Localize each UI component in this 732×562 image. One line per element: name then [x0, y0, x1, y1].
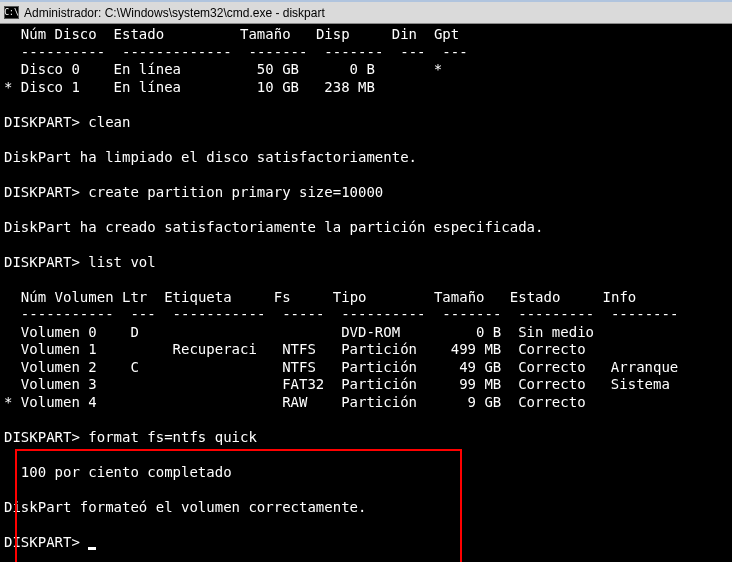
vol-header-row: Núm Volumen Ltr Etiqueta Fs Tipo Tamaño …: [0, 289, 732, 307]
blank: [0, 166, 732, 184]
blank: [0, 481, 732, 499]
terminal-output[interactable]: Núm Disco Estado Tamaño Disp Din Gpt ---…: [0, 24, 732, 551]
disk-row: Disco 0 En línea 50 GB 0 B *: [0, 61, 732, 79]
volume-row: Volumen 3 FAT32 Partición 99 MB Correcto…: [0, 376, 732, 394]
disk-header-row: Núm Disco Estado Tamaño Disp Din Gpt: [0, 26, 732, 44]
volume-row: * Volumen 4 RAW Partición 9 GB Correcto: [0, 394, 732, 412]
blank: [0, 516, 732, 534]
vol-sep-row: ----------- --- ----------- ----- ------…: [0, 306, 732, 324]
cmd-clean-line: DISKPART> clean: [0, 114, 732, 132]
cursor: [88, 547, 96, 550]
title-bar[interactable]: C:\ Administrador: C:\Windows\system32\c…: [0, 2, 732, 24]
disk-sep-row: ---------- ------------- ------- -------…: [0, 44, 732, 62]
disk-row: * Disco 1 En línea 10 GB 238 MB: [0, 79, 732, 97]
msg-clean: DiskPart ha limpiado el disco satisfacto…: [0, 149, 732, 167]
blank: [0, 236, 732, 254]
blank: [0, 446, 732, 464]
msg-format: DiskPart formateó el volumen correctamen…: [0, 499, 732, 517]
cmd-format-line: DISKPART> format fs=ntfs quick: [0, 429, 732, 447]
prompt-line: DISKPART>: [0, 534, 732, 552]
volume-row: Volumen 1 Recuperaci NTFS Partición 499 …: [0, 341, 732, 359]
volume-row: Volumen 2 C NTFS Partición 49 GB Correct…: [0, 359, 732, 377]
blank: [0, 96, 732, 114]
blank: [0, 411, 732, 429]
blank: [0, 201, 732, 219]
msg-progress: 100 por ciento completado: [0, 464, 732, 482]
window-title: Administrador: C:\Windows\system32\cmd.e…: [24, 6, 325, 20]
cmd-listvol-line: DISKPART> list vol: [0, 254, 732, 272]
msg-create: DiskPart ha creado satisfactoriamente la…: [0, 219, 732, 237]
volume-row: Volumen 0 D DVD-ROM 0 B Sin medio: [0, 324, 732, 342]
cmd-icon: C:\: [4, 6, 19, 19]
blank: [0, 271, 732, 289]
cmd-window: C:\ Administrador: C:\Windows\system32\c…: [0, 0, 732, 562]
cmd-create-line: DISKPART> create partition primary size=…: [0, 184, 732, 202]
blank: [0, 131, 732, 149]
